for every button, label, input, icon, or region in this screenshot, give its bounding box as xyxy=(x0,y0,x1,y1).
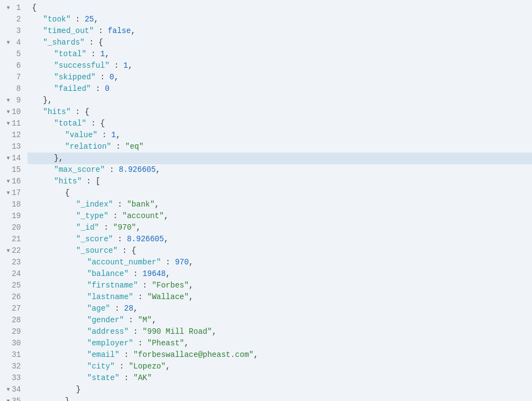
code-line: "value" : 1, xyxy=(28,129,532,141)
line-num: 26 xyxy=(11,291,21,303)
line-num: 28 xyxy=(11,315,21,326)
line-num: 34 xyxy=(11,384,21,395)
line-number-row: ▼11 xyxy=(4,118,23,129)
line-number-row: 27 xyxy=(4,303,23,315)
line-number-row: 31 xyxy=(4,349,23,361)
line-num: 18 xyxy=(11,199,21,210)
line-num: 15 xyxy=(11,164,21,176)
code-line: "_shards" : { xyxy=(28,37,532,48)
code-line: "address" : "990 Mill Road", xyxy=(28,326,532,338)
fold-arrow[interactable]: ▼ xyxy=(4,247,10,255)
line-number-row: ▼35 xyxy=(4,395,23,401)
line-number-row: ▼16 xyxy=(4,176,23,187)
line-number-row: 20 xyxy=(4,222,23,234)
code-line: "_type" : "account", xyxy=(28,210,532,222)
line-number-row: 29 xyxy=(4,326,23,338)
line-num: 16 xyxy=(11,176,21,187)
code-line: "lastname" : "Wallace", xyxy=(28,291,532,303)
fold-arrow[interactable]: ▼ xyxy=(4,96,10,105)
fold-arrow[interactable]: ▼ xyxy=(4,397,10,401)
line-num: 7 xyxy=(11,72,21,83)
code-line: "balance" : 19648, xyxy=(28,268,532,280)
line-number-row: 15 xyxy=(4,164,23,176)
code-line: "total" : { xyxy=(28,118,532,129)
line-num: 33 xyxy=(11,372,21,384)
line-num: 21 xyxy=(11,234,21,245)
fold-arrow[interactable]: ▼ xyxy=(4,39,10,47)
line-num: 23 xyxy=(11,257,21,268)
code-line: "failed" : 0 xyxy=(28,83,532,95)
fold-arrow[interactable]: ▼ xyxy=(4,154,10,162)
line-numbers: ▼1 2 3▼4 5 6 7 8▼9▼10▼11 12 13▼14 15▼16▼… xyxy=(0,0,28,401)
code-line: "_id" : "970", xyxy=(28,222,532,234)
line-number-row: 6 xyxy=(4,60,23,72)
line-number-row: 3 xyxy=(4,25,23,37)
code-line: "timed_out" : false, xyxy=(28,25,532,37)
code-line: "_source" : { xyxy=(28,245,532,257)
line-number-row: 25 xyxy=(4,280,23,291)
line-number-row: 23 xyxy=(4,257,23,268)
line-num: 11 xyxy=(11,118,21,129)
line-number-row: 2 xyxy=(4,14,23,25)
line-num: 29 xyxy=(11,326,21,338)
code-line: }, xyxy=(28,95,532,106)
line-number-row: 24 xyxy=(4,268,23,280)
code-line: "hits" : [ xyxy=(28,176,532,187)
fold-arrow[interactable]: ▼ xyxy=(4,177,10,186)
line-num: 19 xyxy=(11,210,21,222)
code-line: "email" : "forbeswallace@pheast.com", xyxy=(28,349,532,361)
line-num: 5 xyxy=(11,48,21,60)
line-number-row: 26 xyxy=(4,291,23,303)
code-area: ▼1 2 3▼4 5 6 7 8▼9▼10▼11 12 13▼14 15▼16▼… xyxy=(0,0,532,401)
line-num: 8 xyxy=(11,83,21,95)
fold-arrow[interactable]: ▼ xyxy=(4,4,10,12)
line-number-row: ▼4 xyxy=(4,37,23,48)
code-lines: {"took" : 25,"timed_out" : false,"_shard… xyxy=(28,0,532,401)
code-line: "took" : 25, xyxy=(28,14,532,25)
line-number-row: 8 xyxy=(4,83,23,95)
code-line: "gender" : "M", xyxy=(28,315,532,326)
line-number-row: 33 xyxy=(4,372,23,384)
line-number-row: 5 xyxy=(4,48,23,60)
code-line: } xyxy=(28,395,532,401)
fold-arrow[interactable]: ▼ xyxy=(4,189,10,197)
fold-arrow[interactable]: ▼ xyxy=(4,386,10,394)
line-num: 12 xyxy=(11,129,21,141)
code-line: }, xyxy=(28,153,532,164)
code-line: "hits" : { xyxy=(28,106,532,118)
line-num: 10 xyxy=(11,106,21,118)
line-number-row: ▼1 xyxy=(4,2,23,14)
line-num: 32 xyxy=(11,361,21,372)
code-line: "account_number" : 970, xyxy=(28,257,532,268)
code-line: "_index" : "bank", xyxy=(28,199,532,210)
fold-arrow[interactable]: ▼ xyxy=(4,108,10,116)
line-num: 9 xyxy=(11,95,21,106)
code-line: "_score" : 8.926605, xyxy=(28,234,532,245)
line-num: 31 xyxy=(11,349,21,361)
code-line: "city" : "Lopezo", xyxy=(28,361,532,372)
line-num: 1 xyxy=(11,2,21,14)
code-line: "age" : 28, xyxy=(28,303,532,315)
code-line: } xyxy=(28,384,532,395)
line-num: 27 xyxy=(11,303,21,315)
code-line: "relation" : "eq" xyxy=(28,141,532,153)
line-number-row: ▼10 xyxy=(4,106,23,118)
line-number-row: 28 xyxy=(4,315,23,326)
line-number-row: 30 xyxy=(4,338,23,349)
line-number-row: ▼34 xyxy=(4,384,23,395)
line-number-row: 18 xyxy=(4,199,23,210)
fold-arrow[interactable]: ▼ xyxy=(4,120,10,128)
line-num: 2 xyxy=(11,14,21,25)
line-number-row: ▼14 xyxy=(4,153,23,164)
code-line: "firstname" : "Forbes", xyxy=(28,280,532,291)
line-number-row: 32 xyxy=(4,361,23,372)
line-num: 30 xyxy=(11,338,21,349)
code-line: "state" : "AK" xyxy=(28,372,532,384)
line-num: 6 xyxy=(11,60,21,72)
line-number-row: 7 xyxy=(4,72,23,83)
line-num: 20 xyxy=(11,222,21,234)
line-number-row: 13 xyxy=(4,141,23,153)
editor-container: ▼1 2 3▼4 5 6 7 8▼9▼10▼11 12 13▼14 15▼16▼… xyxy=(0,0,532,401)
line-number-row: ▼9 xyxy=(4,95,23,106)
code-line: "successful" : 1, xyxy=(28,60,532,72)
